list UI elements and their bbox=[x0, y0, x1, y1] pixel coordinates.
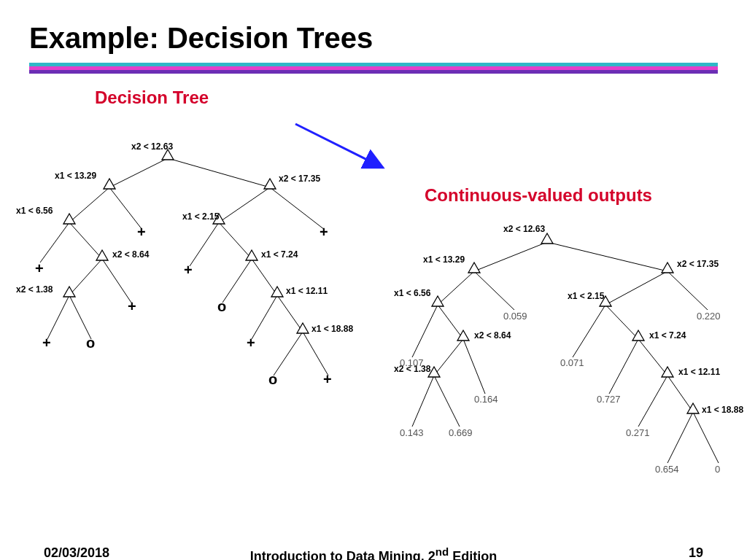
svg-text:x2 < 17.35: x2 < 17.35 bbox=[677, 259, 719, 269]
svg-text:0.727: 0.727 bbox=[597, 394, 621, 405]
svg-line-43 bbox=[547, 242, 667, 271]
svg-text:x1 < 7.24: x1 < 7.24 bbox=[261, 249, 298, 260]
svg-text:0.071: 0.071 bbox=[560, 357, 584, 368]
svg-line-11 bbox=[69, 259, 102, 295]
svg-line-15 bbox=[47, 295, 69, 339]
svg-text:x1 < 12.11: x1 < 12.11 bbox=[678, 367, 720, 377]
svg-line-51 bbox=[605, 305, 638, 339]
svg-text:0: 0 bbox=[715, 464, 720, 475]
svg-text:x1 < 13.29: x1 < 13.29 bbox=[423, 254, 465, 265]
svg-text:+: + bbox=[42, 335, 51, 351]
svg-line-19 bbox=[274, 332, 303, 376]
svg-text:x1 < 6.56: x1 < 6.56 bbox=[16, 206, 53, 216]
svg-line-3 bbox=[69, 187, 109, 222]
svg-line-10 bbox=[219, 222, 252, 259]
svg-text:x2 < 8.64: x2 < 8.64 bbox=[474, 330, 511, 341]
footer-book: Introduction to Data Mining, 2nd Edition bbox=[0, 545, 747, 560]
slide-title: Example: Decision Trees bbox=[29, 22, 373, 55]
svg-text:0.059: 0.059 bbox=[503, 311, 527, 322]
svg-text:x2 < 12.63: x2 < 12.63 bbox=[503, 224, 545, 234]
svg-text:0.669: 0.669 bbox=[449, 427, 473, 438]
svg-text:+: + bbox=[128, 298, 136, 314]
svg-line-6 bbox=[270, 187, 325, 230]
svg-line-18 bbox=[277, 295, 303, 332]
svg-line-45 bbox=[474, 271, 514, 310]
svg-text:0.220: 0.220 bbox=[697, 311, 721, 322]
svg-line-42 bbox=[474, 242, 547, 271]
svg-line-50 bbox=[573, 305, 605, 357]
svg-line-57 bbox=[434, 376, 460, 427]
svg-line-20 bbox=[303, 332, 328, 376]
svg-line-9 bbox=[190, 222, 219, 266]
svg-text:x1 < 12.11: x1 < 12.11 bbox=[286, 286, 328, 296]
svg-line-60 bbox=[667, 412, 693, 463]
svg-line-13 bbox=[222, 259, 252, 303]
svg-line-49 bbox=[438, 305, 463, 339]
svg-line-52 bbox=[434, 339, 463, 376]
svg-text:x1 < 18.88: x1 < 18.88 bbox=[311, 324, 353, 334]
svg-text:+: + bbox=[323, 371, 332, 387]
svg-text:o: o bbox=[217, 298, 226, 314]
svg-line-61 bbox=[693, 412, 719, 463]
svg-text:o: o bbox=[268, 371, 277, 387]
svg-text:x1 < 2.15: x1 < 2.15 bbox=[568, 291, 605, 301]
svg-text:x1 < 18.88: x1 < 18.88 bbox=[702, 405, 743, 415]
svg-text:x1 < 6.56: x1 < 6.56 bbox=[394, 288, 431, 298]
svg-line-59 bbox=[667, 376, 693, 412]
svg-text:x2 < 8.64: x2 < 8.64 bbox=[112, 249, 150, 260]
svg-text:x2 < 17.35: x2 < 17.35 bbox=[279, 174, 320, 184]
svg-text:x1 < 7.24: x1 < 7.24 bbox=[649, 330, 686, 341]
footer-page: 19 bbox=[689, 545, 703, 560]
svg-line-47 bbox=[667, 271, 708, 310]
svg-line-14 bbox=[252, 259, 277, 295]
decision-tree-classification: x2 < 12.63 x1 < 13.29 x2 < 17.35 x1 < 6.… bbox=[15, 128, 365, 434]
svg-line-12 bbox=[102, 259, 131, 303]
svg-line-5 bbox=[219, 187, 270, 222]
svg-text:+: + bbox=[137, 224, 146, 240]
svg-text:o: o bbox=[86, 335, 95, 351]
svg-line-8 bbox=[69, 222, 102, 259]
svg-line-54 bbox=[609, 339, 638, 394]
decision-tree-regression: x2 < 12.63 x1 < 13.29 x2 < 17.35 x1 < 6.… bbox=[394, 211, 744, 518]
svg-line-46 bbox=[605, 271, 667, 305]
svg-line-7 bbox=[40, 222, 69, 262]
svg-text:x1 < 13.29: x1 < 13.29 bbox=[55, 171, 96, 181]
svg-text:0.654: 0.654 bbox=[655, 464, 679, 475]
svg-line-58 bbox=[638, 376, 667, 427]
svg-line-48 bbox=[412, 305, 438, 357]
subtitle-left: Decision Tree bbox=[95, 88, 209, 108]
svg-text:+: + bbox=[320, 224, 328, 240]
svg-text:0.107: 0.107 bbox=[400, 357, 424, 368]
svg-line-55 bbox=[638, 339, 667, 376]
svg-line-2 bbox=[168, 158, 270, 187]
divider-purple bbox=[29, 70, 718, 74]
svg-line-56 bbox=[412, 376, 434, 427]
svg-text:+: + bbox=[247, 335, 255, 351]
svg-line-53 bbox=[463, 339, 485, 394]
svg-text:x2 < 1.38: x2 < 1.38 bbox=[16, 284, 53, 295]
svg-text:+: + bbox=[35, 260, 44, 276]
svg-text:x2 < 12.63: x2 < 12.63 bbox=[131, 141, 173, 152]
svg-text:0.271: 0.271 bbox=[626, 427, 650, 438]
subtitle-right: Continuous-valued outputs bbox=[425, 185, 652, 206]
svg-text:+: + bbox=[184, 262, 193, 278]
svg-line-1 bbox=[109, 158, 168, 187]
svg-line-17 bbox=[252, 295, 277, 339]
svg-text:0.164: 0.164 bbox=[474, 394, 498, 405]
svg-line-16 bbox=[69, 295, 91, 339]
svg-text:x1 < 2.15: x1 < 2.15 bbox=[182, 211, 220, 222]
svg-line-44 bbox=[438, 271, 474, 305]
svg-text:0.143: 0.143 bbox=[400, 427, 424, 438]
